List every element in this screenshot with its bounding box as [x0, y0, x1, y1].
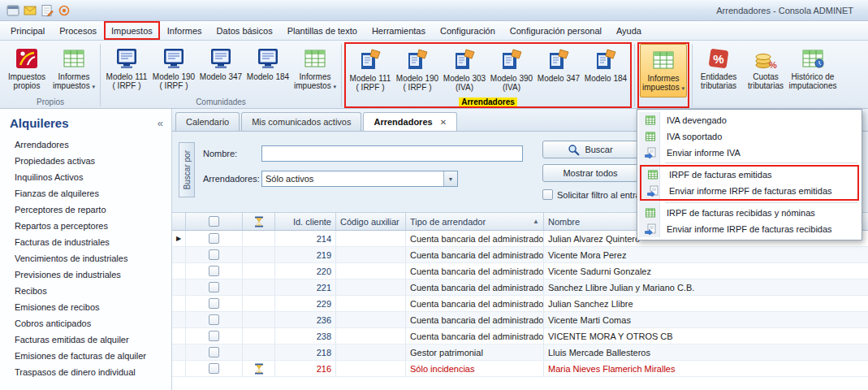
sidebar-collapse-icon[interactable]: «	[158, 117, 163, 129]
sidebar-item-perceptores-de-reparto[interactable]: Perceptores de reparto	[0, 202, 171, 218]
ribbon-2-modelo-390-iva-button[interactable]: Modelo 390 (IVA)	[488, 44, 535, 98]
row-checkbox[interactable]	[209, 233, 219, 244]
ribbon-x-cuotas-tributarias-button[interactable]: %Cuotas tributarias	[742, 42, 789, 96]
tab-close-icon[interactable]: ✕	[440, 118, 447, 127]
grid-header-id[interactable]: Id. cliente	[275, 213, 336, 230]
menu-item-enviar-informe-irpf-de-facturas-recibidas[interactable]: Enviar informe IRPF de facturas recibida…	[639, 221, 860, 237]
row-checkbox[interactable]	[209, 249, 219, 260]
ribbon-2-modelo-190-irpf-button[interactable]: Modelo 190 ( IRPF )	[394, 44, 441, 98]
cell-id-cliente: 238	[275, 328, 336, 344]
coins-icon: %	[754, 46, 778, 71]
grid-header-check[interactable]	[186, 213, 243, 230]
window-title: Arrendadores - Consola ADMINET	[716, 6, 862, 15]
menu-item-irpf-de-facturas-recibidas-y-nominas[interactable]: IRPF de facturas recibidas y nóminas	[639, 205, 860, 221]
ribbon-2-modelo-111-irpf-button[interactable]: Modelo 111 ( IRPF )	[347, 44, 394, 98]
row-selector-cell	[172, 280, 186, 295]
ribbon-2-modelo-184-button[interactable]: Modelo 184	[582, 44, 629, 98]
sidebar-item-recibos[interactable]: Recibos	[0, 283, 171, 299]
sidebar-item-previsiones-de-industriales[interactable]: Previsiones de industriales	[0, 266, 171, 283]
grid-header-codigo[interactable]: Código auxiliar	[336, 213, 406, 230]
sidebar-item-facturas-de-industriales[interactable]: Facturas de industriales	[0, 234, 171, 250]
ribbon-0-informes-impuestos-button[interactable]: Informes impuestos ▾	[50, 42, 97, 96]
broadcast-icon[interactable]	[58, 4, 71, 17]
cell-nombre: VICENTE MORA Y OTROS CB	[544, 328, 868, 344]
grid-row-220[interactable]: 220Cuenta bancaria del administradorVice…	[172, 263, 868, 280]
ribbon-group-arrendadores: Modelo 111 ( IRPF )Modelo 190 ( IRPF )Mo…	[344, 42, 632, 108]
row-checkbox[interactable]	[209, 282, 219, 292]
nombre-input[interactable]	[261, 145, 523, 162]
ribbon-x-entidades-tributarias-button[interactable]: %Entidades tributarias	[695, 42, 742, 96]
menu-item-iva-soportado[interactable]: IVA soportado	[639, 128, 860, 145]
grid-row-238[interactable]: 238Cuenta bancaria del administradorVICE…	[172, 328, 868, 344]
menu-item-configuracion[interactable]: Configuración	[433, 21, 503, 40]
grid-header-flag[interactable]	[243, 213, 275, 230]
tab-arrendadores[interactable]: Arrendadores✕	[363, 112, 457, 131]
menu-item-irpf-de-facturas-emitidas[interactable]: IRPF de facturas emitidas	[641, 167, 857, 183]
buscar-button[interactable]: Buscar	[542, 141, 638, 158]
tab-calendario[interactable]: Calendario	[175, 112, 240, 131]
sidebar-item-traspasos-de-dinero-individual[interactable]: Traspasos de dinero individual	[0, 364, 171, 380]
sidebar-item-inquilinos-activos[interactable]: Inquilinos Activos	[0, 169, 171, 185]
sidebar-item-emisiones-de-recibos[interactable]: Emisiones de recibos	[0, 299, 171, 315]
sidebar-item-arrendadores[interactable]: Arrendadores	[0, 136, 171, 153]
menu-item-datos-basicos[interactable]: Datos básicos	[209, 21, 280, 40]
ribbon-1-modelo-347-button[interactable]: Modelo 347	[197, 42, 244, 96]
row-checkbox[interactable]	[209, 314, 219, 325]
ribbon-x-historico-de-imputaciones-button[interactable]: Histórico de imputaciones	[789, 42, 836, 96]
grid-row-229[interactable]: 229Cuenta bancaria del administradorJuli…	[172, 296, 868, 312]
menu-item-ayuda[interactable]: Ayuda	[609, 21, 649, 40]
filter-checkbox-row[interactable]: Solicitar filtro al entrar	[542, 189, 643, 200]
window-icon[interactable]	[6, 4, 19, 17]
menu-item-plantillas-de-texto[interactable]: Plantillas de texto	[280, 21, 365, 40]
arrendadores-select[interactable]: Sólo activos ▼	[261, 171, 458, 187]
grid-row-221[interactable]: 221Cuenta bancaria del administradorSanc…	[172, 280, 868, 296]
sidebar-item-repartos-a-perceptores[interactable]: Repartos a perceptores	[0, 218, 171, 234]
ribbon-separator	[692, 44, 693, 106]
chevron-down-icon[interactable]: ▼	[443, 171, 457, 186]
grid-row-216[interactable]: 216Sólo incidenciasMaria Nieves Flameric…	[172, 361, 868, 377]
ribbon-2-modelo-347-button[interactable]: Modelo 347	[535, 44, 582, 98]
sidebar-item-propiedades-activas[interactable]: Propiedades activas	[0, 153, 171, 169]
row-checkbox[interactable]	[209, 266, 219, 276]
sidebar-item-fianzas-de-alquileres[interactable]: Fianzas de alquileres	[0, 185, 171, 202]
ribbon-1-modelo-190-irpf-button[interactable]: Modelo 190 ( IRPF )	[150, 42, 197, 96]
modelo-blue-icon	[114, 46, 139, 71]
ribbon-2-modelo-303-iva-button[interactable]: Modelo 303 (IVA)	[441, 44, 488, 98]
row-checkbox[interactable]	[209, 298, 219, 309]
ribbon-1-modelo-184-button[interactable]: Modelo 184	[244, 42, 291, 96]
grid-row-219[interactable]: 219Cuenta bancaria del administradorVice…	[172, 247, 868, 263]
mail-icon[interactable]	[24, 4, 37, 17]
grid-header-tipo[interactable]: Tipo de arrendador▲	[406, 213, 544, 230]
row-checkbox[interactable]	[209, 331, 219, 341]
sidebar-item-cobros-anticipados[interactable]: Cobros anticipados	[0, 315, 171, 332]
menu-item-enviar-informe-irpf-de-facturas-emitidas[interactable]: Enviar informe IRPF de facturas emitidas	[641, 183, 857, 199]
ribbon-1-informes-impuestos-button[interactable]: Informes impuestos ▾	[291, 42, 339, 96]
header-checkbox[interactable]	[209, 216, 219, 227]
menu-item-procesos[interactable]: Procesos	[52, 21, 104, 40]
filter-checkbox[interactable]	[542, 189, 553, 200]
ribbon-arr-informes-impuestos-button[interactable]: Informes impuestos ▾	[640, 44, 687, 98]
menu-item-configuracion-personal[interactable]: Configuración personal	[503, 21, 609, 40]
informes-dropdown-menu: IVA devengadoIVA soportadoEnviar informe…	[637, 109, 862, 240]
cell-id-cliente: 219	[275, 247, 336, 262]
sidebar-item-facturas-emitidas-de-alquiler[interactable]: Facturas emitidas de alquiler	[0, 332, 171, 348]
grid-row-218[interactable]: 218Gestor patrimonialLluis Mercade Balle…	[172, 344, 868, 361]
ribbon-0-impuestos-propios-button[interactable]: Impuestos propios	[3, 42, 50, 96]
menu-item-enviar-informe-iva[interactable]: Enviar informe IVA	[639, 145, 860, 161]
row-checkbox[interactable]	[209, 363, 219, 374]
menu-item-iva-devengado[interactable]: IVA devengado	[639, 112, 860, 128]
menu-item-impuestos[interactable]: Impuestos	[104, 21, 160, 40]
menu-item-principal[interactable]: Principal	[3, 21, 52, 40]
sidebar-title: Alquileres	[10, 116, 158, 130]
menu-item-informes[interactable]: Informes	[160, 21, 209, 40]
row-checkbox[interactable]	[209, 347, 219, 358]
grid-row-236[interactable]: 236Cuenta bancaria del administradorVice…	[172, 312, 868, 328]
menu-item-herramientas[interactable]: Herramientas	[365, 21, 433, 40]
sidebar-item-vencimientos-de-industriales[interactable]: Vencimientos de industriales	[0, 250, 171, 266]
ribbon-1-modelo-111-irpf-button[interactable]: Modelo 111 ( IRPF )	[103, 42, 150, 96]
notes-icon[interactable]	[41, 4, 54, 17]
mostrar-todos-button[interactable]: Mostrar todos	[542, 164, 638, 182]
tab-mis-comunicados-activos[interactable]: Mis comunicados activos	[241, 112, 361, 131]
cell-id-cliente: 229	[275, 296, 336, 311]
sidebar-item-emisiones-de-facturas-de-alquiler[interactable]: Emisiones de facturas de alquiler	[0, 348, 171, 364]
